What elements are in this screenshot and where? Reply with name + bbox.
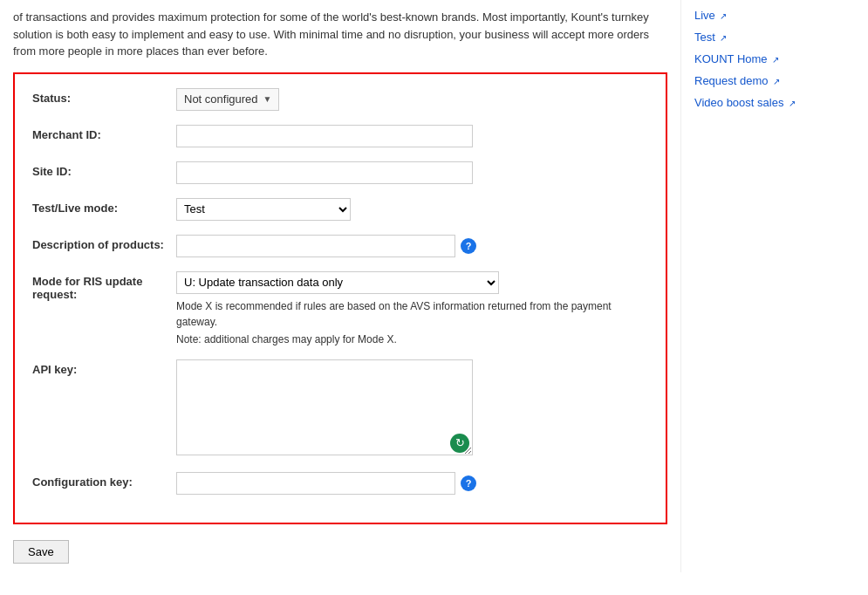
ris-control: U: Update transaction data only X: Updat… bbox=[176, 271, 648, 345]
sidebar-link-test-label: Test bbox=[694, 31, 715, 44]
sidebar-link-video-boost-label: Video boost sales bbox=[694, 96, 783, 109]
external-link-icon-video: ↗ bbox=[789, 99, 796, 108]
api-key-control: ↻ bbox=[176, 359, 648, 458]
site-id-label: Site ID: bbox=[32, 161, 176, 178]
api-key-textarea[interactable] bbox=[176, 359, 473, 455]
status-label: Status: bbox=[32, 88, 176, 105]
ris-note: Mode X is recommended if rules are based… bbox=[176, 298, 647, 330]
ris-mode-select[interactable]: U: Update transaction data only X: Updat… bbox=[176, 271, 499, 294]
status-dropdown[interactable]: Not configured ▼ bbox=[176, 88, 279, 111]
config-key-input[interactable] bbox=[176, 472, 455, 495]
external-link-icon-kount: ↗ bbox=[772, 55, 779, 65]
test-live-control: Test Live bbox=[176, 198, 648, 221]
external-link-icon-test: ↗ bbox=[720, 33, 727, 43]
ris-note2: Note: additional charges may apply for M… bbox=[176, 333, 648, 345]
sidebar-link-test[interactable]: Test ↗ bbox=[694, 31, 842, 44]
api-key-label: API key: bbox=[32, 359, 176, 376]
config-key-label: Configuration key: bbox=[32, 472, 176, 489]
site-id-input[interactable] bbox=[176, 161, 473, 184]
api-key-wrap: ↻ bbox=[176, 359, 473, 458]
save-button[interactable]: Save bbox=[13, 540, 69, 564]
status-value: Not configured bbox=[184, 92, 258, 106]
sidebar: Live ↗ Test ↗ KOUNT Home ↗ Request demo … bbox=[680, 0, 855, 572]
config-key-control: ? bbox=[176, 472, 648, 495]
merchant-id-control bbox=[176, 125, 648, 147]
status-control: Not configured ▼ bbox=[176, 88, 648, 111]
ris-select-wrap: U: Update transaction data only X: Updat… bbox=[176, 271, 648, 294]
intro-text: of transactions and provides maximum pro… bbox=[13, 9, 667, 60]
description-label: Description of products: bbox=[32, 235, 176, 251]
ris-label: Mode for RIS update request: bbox=[32, 271, 176, 301]
test-live-label: Test/Live mode: bbox=[32, 198, 176, 215]
merchant-id-input[interactable] bbox=[176, 125, 473, 147]
sidebar-link-kount-home[interactable]: KOUNT Home ↗ bbox=[694, 52, 842, 65]
config-key-row: Configuration key: ? bbox=[32, 472, 648, 495]
sidebar-link-live-label: Live bbox=[694, 9, 715, 22]
sidebar-link-request-demo[interactable]: Request demo ↗ bbox=[694, 74, 842, 87]
description-row: Description of products: ? bbox=[32, 235, 648, 257]
refresh-icon-wrap: ↻ bbox=[450, 434, 469, 453]
description-control: ? bbox=[176, 235, 648, 257]
config-key-help-icon[interactable]: ? bbox=[461, 475, 476, 491]
external-link-icon-demo: ↗ bbox=[773, 77, 780, 86]
refresh-icon[interactable]: ↻ bbox=[450, 434, 469, 453]
sidebar-link-video-boost[interactable]: Video boost sales ↗ bbox=[694, 96, 842, 109]
test-live-select[interactable]: Test Live bbox=[176, 198, 351, 221]
test-live-row: Test/Live mode: Test Live bbox=[32, 198, 648, 221]
description-help-icon[interactable]: ? bbox=[461, 238, 476, 254]
description-input[interactable] bbox=[176, 235, 455, 257]
api-key-row: API key: ↻ bbox=[32, 359, 648, 458]
ris-row: Mode for RIS update request: U: Update t… bbox=[32, 271, 648, 345]
external-link-icon-live: ↗ bbox=[720, 11, 727, 21]
status-arrow-icon: ▼ bbox=[263, 94, 272, 104]
site-id-control bbox=[176, 161, 648, 184]
site-id-row: Site ID: bbox=[32, 161, 648, 184]
sidebar-link-live[interactable]: Live ↗ bbox=[694, 9, 842, 22]
sidebar-link-request-demo-label: Request demo bbox=[694, 74, 769, 87]
merchant-id-row: Merchant ID: bbox=[32, 125, 648, 147]
status-row: Status: Not configured ▼ bbox=[32, 88, 648, 111]
merchant-id-label: Merchant ID: bbox=[32, 125, 176, 141]
config-form-box: Status: Not configured ▼ Merchant ID: Si… bbox=[13, 72, 667, 524]
sidebar-link-kount-home-label: KOUNT Home bbox=[694, 52, 768, 65]
config-key-wrap: ? bbox=[176, 472, 648, 495]
